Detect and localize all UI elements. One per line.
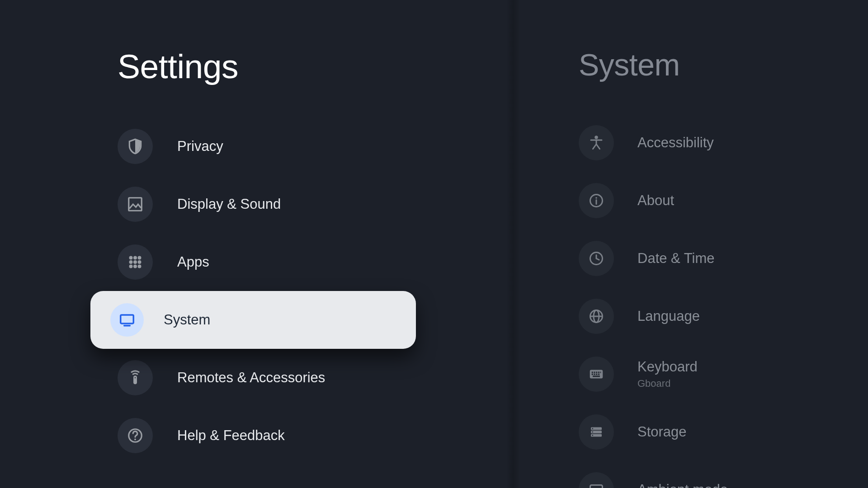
settings-title: Settings xyxy=(118,47,511,86)
settings-item-label: Remotes & Accessories xyxy=(177,370,325,386)
system-item-accessibility[interactable]: Accessibility xyxy=(579,114,868,172)
system-item-sublabel: Gboard xyxy=(637,378,698,389)
svg-point-15 xyxy=(134,438,136,440)
svg-rect-32 xyxy=(596,374,597,375)
svg-rect-12 xyxy=(133,375,137,384)
svg-point-38 xyxy=(592,428,593,429)
settings-item-label: System xyxy=(164,312,210,328)
settings-item-label: Privacy xyxy=(177,138,223,155)
svg-point-8 xyxy=(134,265,137,267)
svg-point-5 xyxy=(134,261,137,263)
svg-rect-25 xyxy=(592,371,593,373)
svg-rect-30 xyxy=(592,374,593,375)
svg-point-1 xyxy=(129,256,132,259)
settings-list: Privacy Display & Sound Apps System xyxy=(118,117,511,465)
svg-point-2 xyxy=(134,256,137,259)
svg-point-9 xyxy=(138,265,141,267)
svg-rect-27 xyxy=(596,371,597,373)
help-icon xyxy=(118,418,153,453)
keyboard-icon xyxy=(579,357,614,392)
svg-point-13 xyxy=(135,377,136,379)
svg-rect-31 xyxy=(594,374,595,375)
svg-rect-0 xyxy=(129,198,142,211)
system-item-label: Ambient mode xyxy=(637,482,728,488)
system-title: System xyxy=(579,47,868,82)
settings-item-display-sound[interactable]: Display & Sound xyxy=(118,175,511,233)
svg-rect-33 xyxy=(598,374,599,375)
svg-point-3 xyxy=(138,256,141,259)
apps-grid-icon xyxy=(118,244,153,280)
accessibility-icon xyxy=(579,125,614,160)
system-item-label: Date & Time xyxy=(637,250,715,267)
ambient-icon xyxy=(579,472,614,488)
svg-rect-26 xyxy=(594,371,595,373)
settings-item-label: Apps xyxy=(177,254,209,270)
system-item-storage[interactable]: Storage xyxy=(579,403,868,461)
system-item-keyboard[interactable]: Keyboard Gboard xyxy=(579,345,868,403)
svg-point-39 xyxy=(592,432,593,433)
system-item-language[interactable]: Language xyxy=(579,287,868,345)
globe-icon xyxy=(579,299,614,334)
svg-rect-28 xyxy=(598,371,599,373)
settings-item-privacy[interactable]: Privacy xyxy=(118,117,511,175)
remote-icon xyxy=(118,360,153,395)
info-icon xyxy=(579,183,614,218)
svg-point-18 xyxy=(595,197,597,199)
system-item-label: Language xyxy=(637,308,700,324)
svg-rect-41 xyxy=(590,485,603,488)
system-list: Accessibility About Date & Time Language xyxy=(579,114,868,488)
svg-point-6 xyxy=(138,261,141,263)
monitor-icon xyxy=(110,303,144,337)
svg-point-16 xyxy=(595,136,598,139)
system-item-date-time[interactable]: Date & Time xyxy=(579,230,868,287)
settings-item-help[interactable]: Help & Feedback xyxy=(118,407,511,465)
clock-icon xyxy=(579,241,614,276)
svg-rect-34 xyxy=(593,375,600,377)
system-item-label: About xyxy=(637,192,674,209)
system-item-about[interactable]: About xyxy=(579,172,868,230)
storage-icon xyxy=(579,414,614,450)
system-pane: System Accessibility About Date & Time L… xyxy=(511,0,868,488)
system-item-label: Storage xyxy=(637,424,687,440)
system-item-label: Accessibility xyxy=(637,135,714,151)
svg-rect-10 xyxy=(121,315,134,324)
settings-pane: Settings Privacy Display & Sound Apps xyxy=(0,0,511,488)
settings-item-system[interactable]: System xyxy=(90,291,416,349)
settings-item-apps[interactable]: Apps xyxy=(118,233,511,291)
settings-item-label: Help & Feedback xyxy=(177,427,285,444)
svg-point-4 xyxy=(129,261,132,263)
svg-rect-29 xyxy=(600,371,601,373)
system-item-ambient[interactable]: Ambient mode xyxy=(579,461,868,488)
system-item-label: Keyboard xyxy=(637,359,698,375)
shield-icon xyxy=(118,129,153,164)
image-icon xyxy=(118,187,153,222)
settings-item-remotes[interactable]: Remotes & Accessories xyxy=(118,349,511,407)
settings-item-label: Display & Sound xyxy=(177,196,281,212)
svg-point-7 xyxy=(129,265,132,267)
svg-point-40 xyxy=(592,435,593,436)
